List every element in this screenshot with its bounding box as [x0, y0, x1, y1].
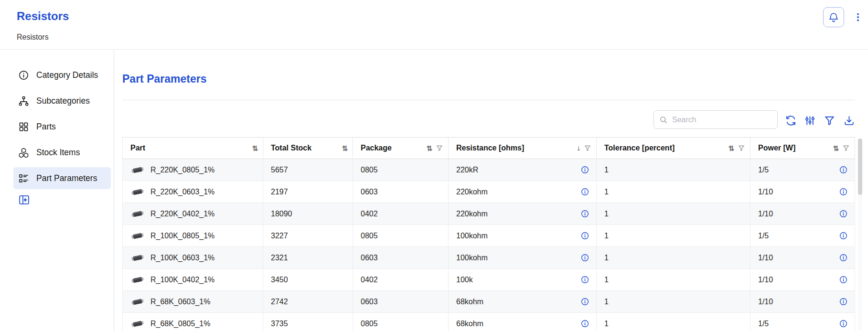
cell-total-stock: 3450: [263, 269, 353, 290]
resistance-value: 220kohm: [456, 188, 488, 196]
cell-package: 0603: [353, 181, 449, 203]
column-header-total-stock[interactable]: Total Stock ⇅: [263, 138, 353, 159]
sort-icon[interactable]: ⇅: [426, 145, 432, 152]
cell-tolerance: 1: [597, 313, 750, 331]
info-icon[interactable]: [839, 187, 848, 196]
info-icon[interactable]: [580, 165, 589, 174]
table-scrollbar[interactable]: [858, 138, 862, 331]
search-input[interactable]: [672, 116, 772, 124]
column-header-package[interactable]: Package ⇅: [353, 138, 449, 159]
table-row[interactable]: R_220K_0603_1% 2197 0603 220kohm 1 1/10: [122, 181, 855, 203]
column-header-resistance[interactable]: Resistance [ohms] ↓: [449, 138, 597, 159]
info-icon[interactable]: [580, 275, 589, 284]
sort-icon[interactable]: ⇅: [252, 145, 258, 152]
sort-icon[interactable]: ⇅: [833, 145, 839, 152]
column-settings-button[interactable]: [802, 112, 818, 128]
info-icon[interactable]: [580, 319, 589, 328]
table-row[interactable]: R_220K_0805_1% 5657 0805 220kR 1 1/5: [122, 159, 855, 181]
table-row[interactable]: R_68K_0805_1% 3735 0805 68kohm 1 1/5: [122, 313, 855, 331]
info-icon[interactable]: [839, 319, 848, 328]
sidebar: Category Details Subcategories Parts: [13, 64, 111, 206]
power-value: 1/5: [758, 232, 769, 240]
info-icon[interactable]: [580, 209, 589, 218]
column-header-tolerance[interactable]: Tolerance [percent] ⇅: [597, 138, 750, 159]
info-icon[interactable]: [839, 165, 848, 174]
info-icon[interactable]: [839, 253, 848, 262]
power-value: 1/10: [758, 254, 773, 262]
cell-part: R_220K_0603_1%: [122, 181, 263, 203]
resistance-value: 100k: [456, 276, 473, 284]
package-value: 0805: [361, 166, 378, 174]
info-icon[interactable]: [839, 297, 848, 306]
sidebar-item-label: Subcategories: [36, 96, 90, 106]
resistor-thumbnail-icon: [130, 320, 145, 328]
info-icon[interactable]: [580, 231, 589, 240]
column-filter-icon[interactable]: [738, 144, 745, 152]
info-icon[interactable]: [580, 253, 589, 262]
cell-tolerance: 1: [597, 203, 750, 224]
tolerance-value: 1: [604, 276, 609, 284]
cell-resistance: 100kohm: [449, 225, 597, 246]
page-title: Resistors: [17, 10, 69, 23]
sidebar-item-part-parameters[interactable]: Part Parameters: [13, 167, 111, 189]
cell-total-stock: 5657: [263, 159, 353, 181]
power-value: 1/5: [758, 166, 769, 174]
resistor-thumbnail-icon: [130, 166, 145, 174]
cell-resistance: 220kohm: [449, 181, 597, 203]
part-parameters-table: Part ⇅ Total Stock ⇅ Package ⇅ Resistanc…: [122, 137, 855, 331]
breadcrumb[interactable]: Resistors: [17, 33, 49, 42]
scrollbar-thumb[interactable]: [858, 139, 862, 195]
cell-tolerance: 1: [597, 225, 750, 246]
table-row[interactable]: R_220K_0402_1% 18090 0402 220kohm 1 1/10: [122, 203, 855, 225]
part-name: R_100K_0402_1%: [150, 276, 214, 284]
sidebar-item-stock-items[interactable]: Stock Items: [13, 141, 111, 163]
collapse-sidebar-button[interactable]: [18, 194, 30, 206]
info-icon[interactable]: [839, 231, 848, 240]
sidebar-item-parts[interactable]: Parts: [13, 116, 111, 138]
power-value: 1/10: [758, 188, 773, 196]
cell-tolerance: 1: [597, 159, 750, 181]
sort-desc-icon[interactable]: ↓: [577, 144, 580, 152]
cell-resistance: 100k: [449, 269, 597, 290]
cell-resistance: 68kohm: [449, 291, 597, 312]
boxes-icon: [18, 147, 29, 158]
table-row[interactable]: R_100K_0402_1% 3450 0402 100k 1 1/10: [122, 269, 855, 291]
info-icon[interactable]: [580, 187, 589, 196]
cell-tolerance: 1: [597, 291, 750, 312]
cell-total-stock: 3735: [263, 313, 353, 331]
tolerance-value: 1: [604, 166, 609, 174]
column-filter-icon[interactable]: [584, 144, 591, 152]
sort-icon[interactable]: ⇅: [728, 145, 734, 152]
cell-part: R_100K_0402_1%: [122, 269, 263, 290]
info-icon[interactable]: [839, 275, 848, 284]
table-row[interactable]: R_100K_0805_1% 3227 0805 100kohm 1 1/5: [122, 225, 855, 247]
table-row[interactable]: R_68K_0603_1% 2742 0603 68kohm 1 1/10: [122, 291, 855, 313]
tolerance-value: 1: [604, 210, 609, 218]
info-icon[interactable]: [580, 297, 589, 306]
column-filter-icon[interactable]: [436, 144, 443, 152]
column-header-power[interactable]: Power [W] ⇅: [750, 138, 855, 159]
column-filter-icon[interactable]: [842, 144, 850, 152]
sidebar-item-subcategories[interactable]: Subcategories: [13, 90, 111, 112]
sidebar-item-category-details[interactable]: Category Details: [13, 64, 111, 86]
sidebar-item-label: Category Details: [36, 70, 98, 80]
info-icon[interactable]: [839, 209, 848, 218]
refresh-button[interactable]: [782, 112, 799, 128]
info-icon: [18, 70, 29, 81]
grid-icon: [18, 121, 29, 132]
column-header-part[interactable]: Part ⇅: [122, 138, 263, 159]
search-box[interactable]: [654, 110, 778, 129]
table-row[interactable]: R_100K_0603_1% 2321 0603 100kohm 1 1/10: [122, 247, 855, 269]
part-name: R_68K_0603_1%: [150, 298, 210, 306]
section-title: Part Parameters: [122, 73, 206, 85]
cell-part: R_100K_0603_1%: [122, 247, 263, 268]
kebab-menu-button[interactable]: [850, 9, 866, 25]
cell-resistance: 220kohm: [449, 203, 597, 224]
notifications-button[interactable]: [823, 7, 844, 27]
filter-button[interactable]: [821, 112, 837, 128]
cell-part: R_100K_0805_1%: [122, 225, 263, 246]
collapse-sidebar-icon: [18, 194, 30, 206]
download-button[interactable]: [841, 112, 857, 128]
sidebar-item-label: Part Parameters: [36, 173, 97, 183]
sort-icon[interactable]: ⇅: [342, 145, 348, 152]
